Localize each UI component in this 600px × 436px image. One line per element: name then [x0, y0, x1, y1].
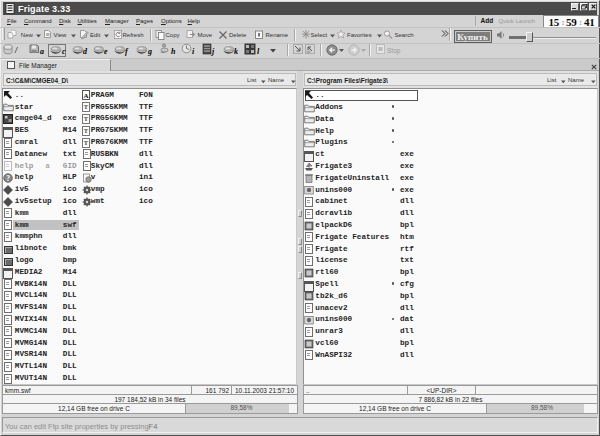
svg-text:T: T	[83, 139, 88, 146]
svg-text:?: ?	[6, 174, 10, 183]
svg-text:A: A	[83, 92, 88, 100]
svg-text:T: T	[83, 103, 88, 110]
svg-text:T: T	[83, 115, 88, 122]
svg-text:T: T	[83, 127, 88, 134]
